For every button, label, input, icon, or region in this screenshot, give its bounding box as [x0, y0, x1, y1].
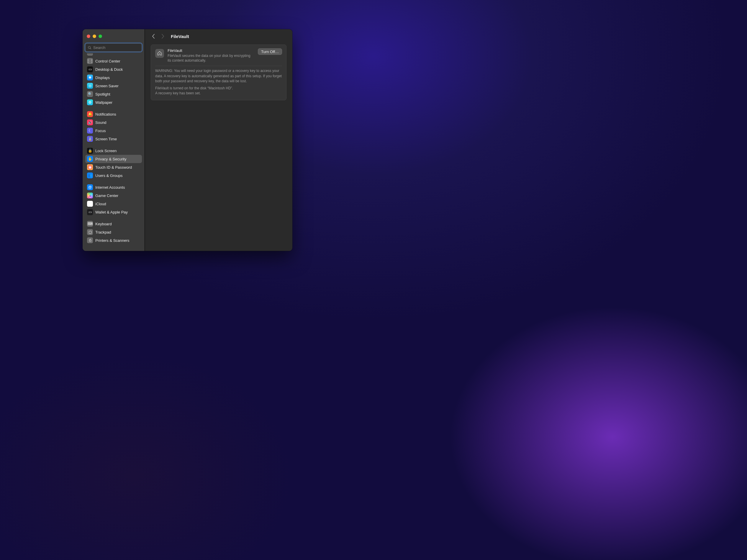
keyboard-icon: ⌨ — [87, 221, 93, 227]
trackpad-icon: ▢ — [87, 229, 93, 235]
sidebar-item-label: Wallet & Apple Pay — [95, 210, 128, 214]
sidebar-item-label: Trackpad — [95, 230, 111, 235]
sidebar-item-trackpad[interactable]: ▢Trackpad — [85, 228, 142, 236]
search-input[interactable] — [92, 46, 139, 50]
sidebar-item-sound[interactable]: 🔊Sound — [85, 118, 142, 127]
sidebar-item-touch-id-password[interactable]: ◉Touch ID & Password — [85, 163, 142, 171]
internet-accounts-icon: @ — [87, 184, 93, 190]
sidebar-item-screen-time[interactable]: ⌛Screen Time — [85, 135, 142, 143]
sidebar-item-label: Notifications — [95, 112, 116, 116]
item-icon — [87, 53, 93, 56]
status-text-1: FileVault is turned on for the disk “Mac… — [155, 86, 282, 91]
panel-title: FileVault — [168, 48, 254, 53]
displays-icon: ✺ — [87, 75, 93, 80]
wallet-apple-pay-icon: ▭ — [87, 209, 93, 215]
search-container — [83, 43, 145, 53]
system-settings-window: ⋮⋮Control Center▭Desktop & Dock✺Displays… — [83, 29, 292, 251]
content-pane: FileVault FileVault FileVault secures th… — [145, 29, 292, 251]
game-center-icon: ◯ — [87, 192, 93, 198]
minimize-button[interactable] — [93, 34, 96, 38]
sidebar-item-lock-screen[interactable]: 🔒Lock Screen — [85, 146, 142, 155]
sidebar-group-separator — [85, 106, 142, 110]
content-header: FileVault — [145, 29, 292, 43]
sidebar-item-label: Keyboard — [95, 222, 112, 226]
warning-text: WARNING: You will need your login passwo… — [155, 69, 282, 84]
sidebar-item-notifications[interactable]: 🔔Notifications — [85, 110, 142, 118]
panel-subtitle: FileVault secures the data on your disk … — [168, 53, 254, 63]
sidebar: ⋮⋮Control Center▭Desktop & Dock✺Displays… — [83, 29, 145, 251]
spotlight-icon: 🔍 — [87, 91, 93, 97]
sidebar-item-keyboard[interactable]: ⌨Keyboard — [85, 220, 142, 228]
sidebar-list[interactable]: ⋮⋮Control Center▭Desktop & Dock✺Displays… — [83, 53, 145, 251]
printers-scanners-icon: ⎙ — [87, 237, 93, 243]
status-text-2: A recovery key has been set. — [155, 91, 282, 96]
sidebar-item-label: Touch ID & Password — [95, 165, 132, 169]
sound-icon: 🔊 — [87, 119, 93, 125]
sidebar-item-label: Screen Saver — [95, 84, 119, 88]
filevault-panel: FileVault FileVault secures the data on … — [151, 45, 286, 100]
sidebar-item-label: Users & Groups — [95, 174, 123, 178]
privacy-security-icon: ✋ — [87, 156, 93, 162]
sidebar-item-label: Privacy & Security — [95, 157, 126, 161]
screen-time-icon: ⌛ — [87, 136, 93, 142]
lock-screen-icon: 🔒 — [87, 148, 93, 154]
sidebar-item-label: Printers & Scanners — [95, 238, 130, 243]
sidebar-item-item[interactable] — [85, 53, 142, 57]
sidebar-item-label: Control Center — [95, 59, 120, 63]
icloud-icon: ☁︎ — [87, 201, 93, 207]
zoom-button[interactable] — [99, 34, 102, 38]
sidebar-item-control-center[interactable]: ⋮⋮Control Center — [85, 57, 142, 65]
filevault-icon — [155, 49, 164, 58]
sidebar-item-icloud[interactable]: ☁︎iCloud — [85, 199, 142, 208]
notifications-icon: 🔔 — [87, 111, 93, 117]
sidebar-group-separator — [85, 180, 142, 183]
content-body: FileVault FileVault secures the data on … — [145, 43, 292, 106]
chevron-right-icon — [161, 34, 164, 38]
sidebar-item-printers-scanners[interactable]: ⎙Printers & Scanners — [85, 236, 142, 244]
sidebar-item-displays[interactable]: ✺Displays — [85, 74, 142, 82]
sidebar-group-separator — [85, 216, 142, 220]
screen-saver-icon: ◎ — [87, 83, 93, 89]
sidebar-item-focus[interactable]: ☾Focus — [85, 127, 142, 135]
chevron-left-icon — [152, 34, 155, 38]
divider — [155, 66, 282, 66]
sidebar-item-internet-accounts[interactable]: @Internet Accounts — [85, 183, 142, 191]
focus-icon: ☾ — [87, 128, 93, 134]
window-controls — [87, 34, 102, 38]
sidebar-item-users-groups[interactable]: 👥Users & Groups — [85, 171, 142, 180]
sidebar-item-desktop-dock[interactable]: ▭Desktop & Dock — [85, 65, 142, 74]
sidebar-group-separator — [85, 143, 142, 146]
sidebar-item-label: Focus — [95, 129, 106, 133]
sidebar-item-label: Game Center — [95, 193, 118, 198]
sidebar-item-spotlight[interactable]: 🔍Spotlight — [85, 90, 142, 98]
sidebar-item-game-center[interactable]: ◯Game Center — [85, 191, 142, 199]
touch-id-password-icon: ◉ — [87, 164, 93, 170]
close-button[interactable] — [87, 34, 90, 38]
sidebar-item-label: Displays — [95, 76, 110, 80]
sidebar-item-label: Lock Screen — [95, 149, 117, 153]
house-icon — [157, 51, 162, 56]
titlebar — [83, 29, 145, 43]
nav-back-button[interactable] — [151, 32, 156, 40]
turn-off-button[interactable]: Turn Off… — [258, 48, 282, 55]
desktop-dock-icon: ▭ — [87, 66, 93, 72]
search-icon — [87, 46, 92, 50]
users-groups-icon: 👥 — [87, 172, 93, 179]
control-center-icon: ⋮⋮ — [87, 58, 93, 64]
sidebar-item-label: Desktop & Dock — [95, 67, 123, 72]
search-field[interactable] — [85, 43, 142, 52]
wallpaper-icon: ✿ — [87, 99, 93, 105]
sidebar-item-label: Spotlight — [95, 92, 110, 97]
sidebar-item-privacy-security[interactable]: ✋Privacy & Security — [85, 155, 142, 163]
sidebar-item-label: Wallpaper — [95, 100, 112, 105]
sidebar-item-label: Sound — [95, 120, 106, 125]
sidebar-item-label: Internet Accounts — [95, 185, 125, 190]
page-title: FileVault — [171, 34, 189, 39]
sidebar-item-wallet-apple-pay[interactable]: ▭Wallet & Apple Pay — [85, 208, 142, 216]
svg-line-1 — [90, 48, 91, 49]
sidebar-item-label: Screen Time — [95, 137, 117, 141]
sidebar-item-screen-saver[interactable]: ◎Screen Saver — [85, 82, 142, 90]
sidebar-item-label: iCloud — [95, 202, 106, 206]
nav-forward-button[interactable] — [160, 32, 165, 40]
sidebar-item-wallpaper[interactable]: ✿Wallpaper — [85, 98, 142, 106]
